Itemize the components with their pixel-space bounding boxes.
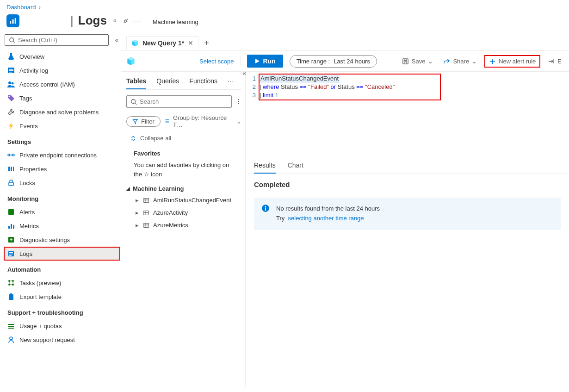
query-tabs: New Query 1* ✕ + <box>121 32 569 51</box>
table-item-label: AzureMetrics <box>153 222 188 229</box>
pin-icon[interactable] <box>111 18 118 24</box>
nav-locks[interactable]: Locks <box>4 176 120 190</box>
filter-label: Filter <box>141 118 155 125</box>
group-by-dropdown[interactable]: Group by: Resource T… ⌄ <box>164 114 241 128</box>
collapse-all-label: Collapse all <box>140 135 171 142</box>
caret-down-icon: ◢ <box>126 186 130 191</box>
ml-category[interactable]: ◢ Machine Learning <box>126 180 241 194</box>
diag-icon <box>7 236 15 243</box>
plus-icon <box>489 58 496 65</box>
svg-rect-38 <box>144 211 149 215</box>
kebab-icon[interactable]: ⋮ <box>235 98 241 105</box>
nav-private-endpoint[interactable]: Private endpoint connections <box>4 148 120 162</box>
results-status: Completed <box>246 174 569 195</box>
pin-button[interactable] <box>121 16 130 25</box>
more-tabs[interactable]: ··· <box>228 77 233 89</box>
nav-diagnose[interactable]: Diagnose and solve problems <box>4 105 120 119</box>
run-label: Run <box>263 57 275 65</box>
svg-rect-25 <box>9 255 12 256</box>
svg-rect-1 <box>12 19 14 24</box>
nav-logs[interactable]: Logs <box>4 247 120 261</box>
alert-icon <box>7 208 15 216</box>
nav-label: Overview <box>19 53 44 60</box>
properties-icon <box>7 165 15 173</box>
caret-right-icon: ▸ <box>136 197 139 204</box>
table-item[interactable]: ▸ AzureMetrics <box>126 219 241 231</box>
table-item-label: AzureActivity <box>153 209 188 216</box>
save-button[interactable]: Save ⌄ <box>400 56 435 67</box>
query-tab[interactable]: New Query 1* ✕ <box>126 36 198 50</box>
functions-tab[interactable]: Functions <box>189 77 217 89</box>
nav-new-support[interactable]: New support request <box>4 333 120 347</box>
nav-iam[interactable]: Access control (IAM) <box>4 77 120 91</box>
export-label: E <box>557 58 562 65</box>
select-time-range-link[interactable]: selecting another time range <box>288 215 364 222</box>
group-by-label: Group by: Resource T… <box>173 114 234 128</box>
flask-icon <box>7 53 15 60</box>
collapse-sidebar-icon[interactable]: « <box>115 37 118 44</box>
tables-search-input[interactable] <box>140 98 228 105</box>
breadcrumb-dashboard[interactable]: Dashboard <box>6 4 36 11</box>
svg-point-3 <box>10 37 14 42</box>
section-settings: Settings <box>4 133 120 148</box>
svg-point-11 <box>8 154 10 156</box>
title-separator: | <box>70 13 74 28</box>
svg-rect-18 <box>8 226 10 229</box>
nav-overview[interactable]: Overview <box>4 50 120 63</box>
new-alert-rule-button[interactable]: New alert rule <box>485 56 539 67</box>
people-icon <box>7 81 15 88</box>
svg-point-36 <box>131 99 136 103</box>
add-tab-button[interactable]: + <box>198 36 215 50</box>
nav-usage-quotas[interactable]: Usage + quotas <box>4 319 120 333</box>
query-editor[interactable]: 123 AmlRunStatusChangedEvent | where Sta… <box>246 72 569 157</box>
results-tabs: Results Chart <box>246 157 569 174</box>
nav-tags[interactable]: Tags <box>4 91 120 105</box>
nav-activity-log[interactable]: Activity log <box>4 63 120 77</box>
nav-export-template[interactable]: Export template <box>4 290 120 304</box>
nav-label: Usage + quotas <box>19 323 62 330</box>
svg-rect-41 <box>265 207 266 211</box>
results-tab[interactable]: Results <box>254 157 276 174</box>
collapse-pane-icon[interactable]: « <box>242 69 246 77</box>
time-range-label: Time range : <box>297 58 330 65</box>
nav-label: Activity log <box>19 67 48 74</box>
time-range-picker[interactable]: Time range : Last 24 hours <box>290 55 377 68</box>
svg-rect-24 <box>9 254 13 255</box>
queries-tab[interactable]: Queries <box>156 77 179 89</box>
favorites-heading: Favorites <box>126 143 241 160</box>
run-button[interactable]: Run <box>247 55 283 68</box>
close-tab-icon[interactable]: ✕ <box>188 39 193 47</box>
nav-label: Diagnose and solve problems <box>19 109 99 116</box>
table-item[interactable]: ▸ AzureActivity <box>126 206 241 219</box>
table-item[interactable]: ▸ AmlRunStatusChangedEvent <box>126 194 241 206</box>
sidebar-search-input[interactable] <box>18 37 105 44</box>
play-icon <box>254 58 260 64</box>
nav-label: Events <box>19 123 38 130</box>
svg-rect-35 <box>403 58 408 63</box>
filter-button[interactable]: Filter <box>126 116 161 127</box>
nav-label: Logs <box>19 250 32 257</box>
resource-subtitle: Machine learning <box>153 19 198 25</box>
sidebar-search[interactable] <box>5 34 109 46</box>
export-button[interactable]: E <box>546 56 563 67</box>
svg-rect-19 <box>11 224 12 229</box>
svg-rect-32 <box>8 326 14 327</box>
nav-metrics[interactable]: Metrics <box>4 219 120 233</box>
select-scope-link[interactable]: Select scope <box>199 58 234 65</box>
nav-alerts[interactable]: Alerts <box>4 205 120 219</box>
collapse-all-button[interactable]: Collapse all <box>126 133 241 143</box>
chevron-down-icon: ⌄ <box>236 118 241 125</box>
nav-events[interactable]: Events <box>4 119 120 133</box>
more-icon[interactable]: ··· <box>134 17 142 24</box>
share-button[interactable]: Share ⌄ <box>441 56 479 67</box>
metrics-icon <box>7 222 15 230</box>
tables-search[interactable] <box>126 95 232 108</box>
cube-icon <box>131 39 139 47</box>
svg-rect-17 <box>8 209 14 215</box>
nav-properties[interactable]: Properties <box>4 162 120 176</box>
nav-tasks[interactable]: Tasks (preview) <box>4 276 120 290</box>
tables-tab[interactable]: Tables <box>126 77 146 89</box>
nav-diagnostic-settings[interactable]: Diagnostic settings <box>4 233 120 247</box>
chart-tab[interactable]: Chart <box>288 157 303 174</box>
code-area[interactable]: AmlRunStatusChangedEvent | where Status … <box>260 75 395 157</box>
